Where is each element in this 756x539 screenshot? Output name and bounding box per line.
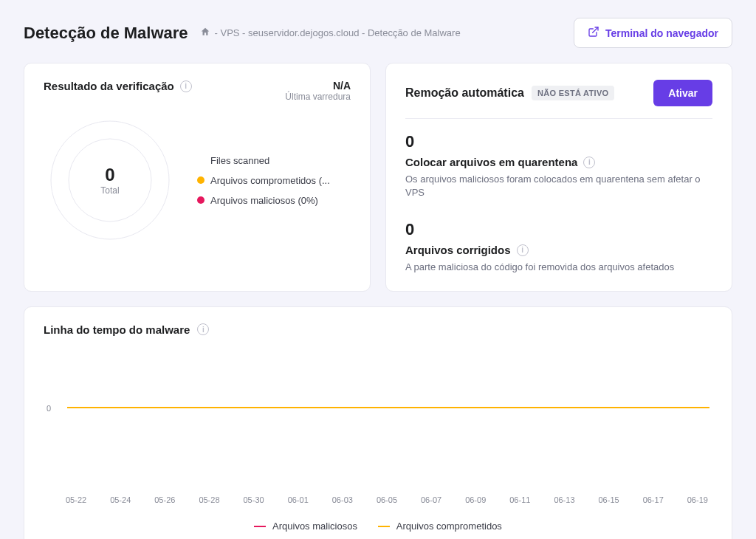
breadcrumb[interactable]: - VPS - seuservidor.dejogos.cloud - Dete… <box>200 27 461 39</box>
status-badge: NÃO ESTÁ ATIVO <box>532 86 614 100</box>
breadcrumb-text: - VPS - seuservidor.dejogos.cloud - Dete… <box>215 27 461 38</box>
header-left: Detecção de Malware - VPS - seuservidor.… <box>24 24 461 43</box>
page-header: Detecção de Malware - VPS - seuservidor.… <box>24 18 732 48</box>
info-icon[interactable]: i <box>180 80 192 92</box>
dot-icon <box>197 176 205 184</box>
timeline-legend-malicious-label: Arquivos maliciosos <box>272 521 357 532</box>
legend-compromised-label: Arquivos comprometidos (... <box>210 175 330 186</box>
x-tick: 06-17 <box>643 495 664 504</box>
x-tick: 06-15 <box>599 495 619 504</box>
fixed-value: 0 <box>405 220 712 239</box>
timeline-legend-compromised: Arquivos comprometidos <box>378 521 502 532</box>
line-swatch-icon <box>378 526 390 527</box>
plot-line-compromised <box>67 407 709 408</box>
legend-malicious-label: Arquivos maliciosos (0%) <box>210 195 318 206</box>
x-tick: 05-22 <box>66 495 86 504</box>
svg-line-0 <box>593 27 598 32</box>
activate-button[interactable]: Ativar <box>653 80 712 106</box>
timeline-card: Linha do tempo do malware i 0 05-2205-24… <box>24 306 732 539</box>
x-tick: 05-24 <box>110 495 131 504</box>
legend-files-scanned: Files scanned <box>197 155 330 166</box>
scan-legend: Files scanned Arquivos comprometidos (..… <box>197 155 330 206</box>
scan-na-value: N/A <box>285 80 351 92</box>
legend-files-scanned-label: Files scanned <box>210 155 269 166</box>
fixed-desc: A parte maliciosa do código foi removida… <box>405 261 712 274</box>
legend-malicious: Arquivos maliciosos (0%) <box>197 195 330 206</box>
fixed-title: Arquivos corrigidos <box>405 244 511 256</box>
last-scan-label: Última varredura <box>285 92 351 102</box>
donut-total-value: 0 <box>100 165 119 185</box>
scan-result-title: Resultado da verificação <box>44 80 174 92</box>
x-axis: 05-2205-2405-2605-2805-3006-0106-0306-05… <box>66 495 708 504</box>
x-tick: 05-28 <box>199 495 219 504</box>
terminal-button-label: Terminal do navegador <box>605 27 718 39</box>
x-tick: 06-05 <box>377 495 397 504</box>
fixed-block: 0 Arquivos corrigidos i A parte malicios… <box>405 220 712 274</box>
quarantine-desc: Os arquivos maliciosos foram colocados e… <box>405 173 712 199</box>
dot-icon <box>197 196 205 204</box>
scan-result-card: Resultado da verificação i N/A Última va… <box>24 63 371 292</box>
info-icon[interactable]: i <box>197 323 209 335</box>
scan-donut-chart: 0 Total <box>44 114 176 247</box>
external-link-icon <box>588 26 599 40</box>
legend-compromised: Arquivos comprometidos (... <box>197 175 330 186</box>
donut-total-label: Total <box>100 185 119 196</box>
browser-terminal-button[interactable]: Terminal do navegador <box>574 18 732 48</box>
dot-icon <box>197 157 205 164</box>
auto-removal-card: Remoção automática NÃO ESTÁ ATIVO Ativar… <box>385 63 732 292</box>
x-tick: 06-03 <box>332 495 353 504</box>
x-tick: 06-07 <box>421 495 441 504</box>
info-icon[interactable]: i <box>583 157 595 168</box>
quarantine-title: Colocar arquivos em quarentena <box>405 156 577 168</box>
timeline-legend: Arquivos maliciosos Arquivos comprometid… <box>44 521 712 532</box>
x-tick: 05-26 <box>154 495 175 504</box>
line-swatch-icon <box>254 526 266 527</box>
quarantine-value: 0 <box>405 132 712 151</box>
x-tick: 06-13 <box>554 495 574 504</box>
timeline-legend-malicious: Arquivos maliciosos <box>254 521 357 532</box>
timeline-legend-compromised-label: Arquivos comprometidos <box>396 521 502 532</box>
timeline-chart: 0 <box>58 348 709 495</box>
auto-removal-title: Remoção automática <box>405 86 524 100</box>
timeline-title: Linha do tempo do malware <box>44 323 190 336</box>
info-icon[interactable]: i <box>517 244 529 256</box>
x-tick: 06-09 <box>465 495 486 504</box>
x-tick: 06-11 <box>509 495 530 504</box>
x-tick: 06-19 <box>687 495 708 504</box>
home-icon <box>200 27 210 39</box>
x-tick: 05-30 <box>244 495 264 504</box>
x-tick: 06-01 <box>288 495 309 504</box>
page-title: Detecção de Malware <box>24 24 188 43</box>
y-tick-0: 0 <box>47 404 51 413</box>
quarantine-block: 0 Colocar arquivos em quarentena i Os ar… <box>405 132 712 199</box>
